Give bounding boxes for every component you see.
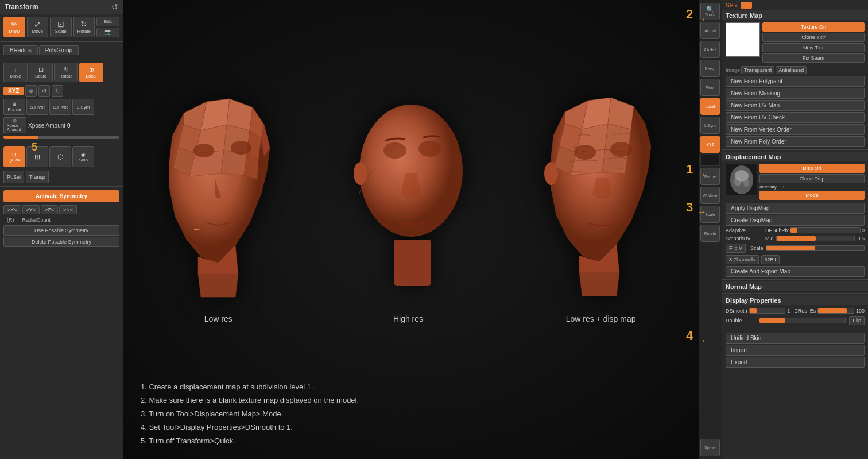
persp-button[interactable]: Persp [700, 60, 720, 77]
mode-button[interactable]: Mode [760, 191, 865, 200]
actual-button[interactable]: Actual [700, 22, 720, 39]
double-label: Double [726, 318, 757, 323]
xyz-icon-btn1[interactable]: ⊕ [25, 85, 37, 97]
lsym-mid-button[interactable]: L.Sym [700, 117, 720, 134]
dpsubpix-label: DPSubPix [765, 227, 789, 233]
move-button[interactable]: ⤢ Move [27, 17, 49, 37]
new-from-uv-check-button[interactable]: New From UV Check [726, 112, 865, 123]
xpose-slider[interactable] [3, 136, 119, 139]
clone-txtr-button[interactable]: Clone Txtr [762, 33, 865, 42]
rotate-icon: ↻ [80, 20, 87, 28]
xpose-button[interactable]: ⊞ Xpose Amount [3, 117, 26, 133]
smoothuv-slider[interactable] [776, 236, 855, 241]
dsmooth-slider[interactable] [749, 308, 786, 314]
head3-svg [529, 67, 673, 308]
transform-tools: ↕ Move ⊞ Scale ↻ Rotate ⊕ Local [0, 61, 123, 84]
polygroup-button[interactable]: PolyGroup [39, 45, 79, 55]
frame-button[interactable]: ⊞ Frame [3, 99, 25, 115]
disp-on-button[interactable]: Disp On [760, 164, 865, 173]
texture-preview-area: Texture On Clone Txtr New Txtr Fix Seam [722, 20, 868, 65]
new-from-vertex-order-button[interactable]: New From Vertex Order [726, 124, 865, 135]
transp-button[interactable]: Transp [26, 171, 49, 183]
double-slider[interactable] [759, 318, 846, 323]
floor-button[interactable]: Floor [700, 79, 720, 96]
xpose-mid-button[interactable]: Xpose [700, 439, 720, 456]
zoom-button[interactable]: 🔍 Zoom [700, 3, 720, 20]
head3-label: Low res + disp map [566, 314, 636, 323]
draw-button[interactable]: ✏ Draw [3, 17, 25, 37]
export-button[interactable]: Export [726, 357, 865, 368]
use-posable-button[interactable]: Use Posable Symmetry [3, 225, 119, 236]
sym-n-button[interactable]: >N< [59, 205, 77, 214]
lsym-button[interactable]: L.Sym [72, 99, 94, 115]
bottom-tools-row: ⊡ Quick ⊞ ⬡ ◉ Solo 5 [0, 144, 123, 169]
spivot-button[interactable]: S.Pivot [26, 99, 48, 115]
scale-mid-button[interactable]: Scale [700, 206, 720, 223]
aahalf-button[interactable]: AAHalf [700, 41, 720, 58]
es-label: Es [810, 308, 816, 314]
transform-move-button[interactable]: ↕ Move [3, 63, 28, 82]
es-value: 100 [856, 308, 865, 314]
rotate-mid-button[interactable]: Rotate [700, 225, 720, 242]
flipv-button[interactable]: Flip V [726, 244, 746, 253]
svg-marker-15 [198, 274, 238, 297]
dsmooth-label: DSmooth [726, 308, 747, 314]
scale-slider[interactable] [766, 245, 865, 251]
new-from-uv-map-button[interactable]: New From UV Map [726, 100, 865, 111]
xyz-mid-button[interactable]: XYZ [700, 136, 720, 153]
dpsubpix-slider[interactable] [790, 227, 861, 233]
edit-button[interactable]: Edit [96, 17, 119, 26]
transform-rotate-button[interactable]: ↻ Rotate [54, 63, 78, 82]
cube-button[interactable]: ⬡ [49, 146, 71, 167]
xyz-icon-btn3[interactable]: ↻ [52, 85, 63, 97]
pivot-row: ⊞ Frame S.Pivot C.Pivot L.Sym [0, 98, 123, 116]
frame-mid-button[interactable]: Frame [700, 168, 720, 185]
wmove-button[interactable]: W.Move [700, 187, 720, 204]
pt-sel-button[interactable]: Pt.Sel [3, 171, 24, 183]
texture-on-button[interactable]: Texture On [762, 22, 865, 32]
sym-z-button[interactable]: >Z< [41, 205, 58, 214]
svg-rect-22 [394, 240, 431, 286]
fix-seam-button[interactable]: Fix Seam [762, 53, 865, 63]
solo-button[interactable]: ◉ Solo [72, 146, 94, 167]
transform-scale-button[interactable]: ⊞ Scale [29, 63, 53, 82]
es-slider[interactable] [817, 308, 854, 314]
quick-button[interactable]: ⊡ Quick [3, 146, 25, 167]
sym-x-button[interactable]: >X< [3, 205, 21, 214]
solo-icon: ◉ [81, 152, 86, 157]
unified-skin-button[interactable]: Unified Skin [726, 333, 865, 344]
rotate-button[interactable]: ↻ Rotate [73, 17, 95, 37]
viewport[interactable]: Low res [123, 0, 699, 459]
main-tools-row: ✏ Draw ⤢ Move ⊡ Scale ↻ Rotate Edit 📷 [0, 14, 123, 40]
sym-y-button[interactable]: >Y< [22, 205, 40, 214]
xpose-icon: ⊞ [13, 119, 17, 124]
screenshot-button[interactable]: 📷 [96, 28, 119, 37]
scale-button[interactable]: ⊡ Scale [50, 17, 72, 37]
import-button[interactable]: Import [726, 345, 865, 356]
refresh-icon[interactable]: ↺ [111, 2, 118, 11]
create-dispmap-button[interactable]: Create DispMap [726, 215, 865, 226]
new-from-masking-button[interactable]: New From Masking [726, 88, 865, 99]
instruction-2: 2. Make sure there is a blank texture ma… [141, 394, 359, 407]
new-txtr-button[interactable]: New Txtr [762, 43, 865, 52]
bit-button[interactable]: 32Bit [761, 255, 780, 264]
bradius-button[interactable]: BRadius [3, 45, 38, 55]
antialiased-button[interactable]: Antialiased [776, 66, 807, 74]
local-button[interactable]: Local [700, 98, 720, 115]
flip-button[interactable]: Flip [849, 316, 865, 325]
new-from-polypaint-button[interactable]: New From Polypaint [726, 76, 865, 87]
channels-button[interactable]: 3 Channels [726, 255, 759, 264]
clone-disp-button[interactable]: Clone Disp [760, 174, 865, 183]
transparent-button[interactable]: Transparent [741, 66, 774, 74]
new-from-poly-order-button[interactable]: New From Poly Order [726, 136, 865, 147]
transform-local-button[interactable]: ⊕ Local [79, 63, 103, 82]
cpivot-button[interactable]: C.Pivot [49, 99, 71, 115]
delete-posable-button[interactable]: Delete Posable Symmetry [3, 237, 119, 247]
create-export-button[interactable]: Create And Export Map [726, 266, 865, 277]
xyz-icon-btn2[interactable]: ↺ [38, 85, 50, 97]
svg-point-19 [383, 142, 406, 159]
double-fill [760, 318, 785, 323]
xyz-button[interactable]: XYZ [3, 87, 24, 95]
activate-symmetry-button[interactable]: Activate Symmetry [3, 190, 119, 202]
apply-dispmap-button[interactable]: Apply DispMap [726, 203, 865, 214]
